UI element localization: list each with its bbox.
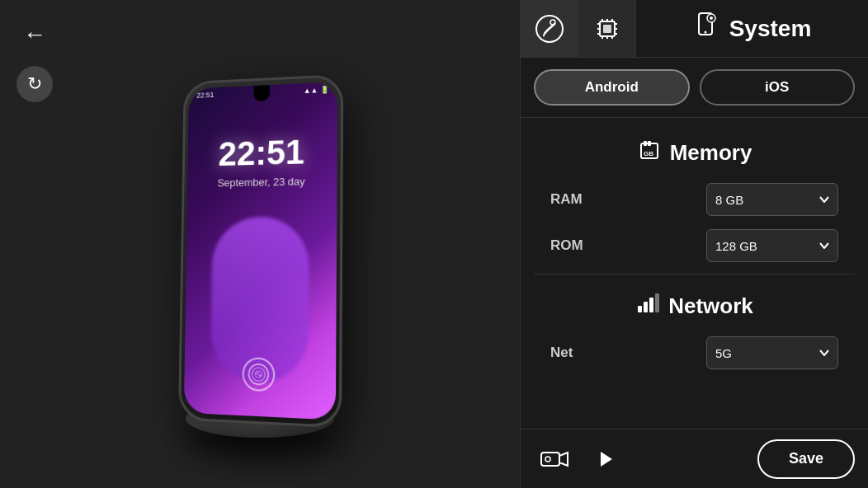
phone-wrapper: 22:51 ▲▲ 🔋 22:51 September, 23 day: [178, 74, 343, 428]
net-select[interactable]: 2G 3G 4G 5G: [706, 336, 838, 369]
ios-button[interactable]: iOS: [700, 69, 856, 106]
network-title: Network: [668, 293, 753, 319]
svg-rect-24: [644, 141, 647, 146]
network-icon: [635, 291, 660, 321]
phone-fingerprint-icon: [242, 357, 275, 392]
ram-row: RAM 1 GB 2 GB 3 GB 4 GB 6 GB 8 GB 12 GB …: [534, 176, 855, 223]
content-area: GB Memory RAM 1 GB 2 GB 3 GB 4 GB 6 GB 8…: [521, 118, 868, 429]
back-arrow-icon: ←: [23, 21, 46, 48]
android-button[interactable]: Android: [534, 69, 690, 106]
phone-date: September, 23 day: [187, 175, 337, 190]
phone-clock: 22:51: [187, 131, 337, 174]
svg-text:GB: GB: [644, 150, 653, 157]
rom-select[interactable]: 16 GB 32 GB 64 GB 128 GB 256 GB 512 GB: [706, 229, 838, 262]
phone-screen: 22:51 ▲▲ 🔋 22:51 September, 23 day: [184, 82, 337, 420]
network-section-header: Network: [534, 279, 855, 330]
play-icon: [594, 448, 616, 470]
svg-rect-30: [655, 293, 659, 312]
svg-point-4: [550, 20, 555, 25]
rotate-button[interactable]: ↻: [17, 66, 53, 102]
phone-time-display: 22:51 September, 23 day: [187, 131, 337, 190]
memory-title: Memory: [670, 140, 752, 166]
svg-point-20: [704, 31, 706, 34]
back-button[interactable]: ←: [17, 16, 53, 53]
phone-status-icons: ▲▲ 🔋: [304, 86, 329, 95]
record-icon: [540, 448, 569, 471]
play-button[interactable]: [588, 443, 621, 476]
system-icon: [693, 12, 721, 45]
svg-rect-25: [648, 141, 651, 146]
system-header: System: [636, 0, 868, 57]
svg-rect-29: [649, 298, 653, 312]
net-row: Net 2G 3G 4G 5G: [534, 330, 855, 376]
tab-paint[interactable]: [521, 0, 578, 57]
section-divider: [534, 274, 855, 274]
rotate-icon: ↻: [27, 73, 42, 95]
phone-body: 22:51 ▲▲ 🔋 22:51 September, 23 day: [178, 74, 343, 428]
svg-rect-6: [603, 25, 611, 33]
svg-point-32: [545, 457, 550, 462]
paint-icon: [535, 14, 564, 44]
memory-section-header: GB Memory: [534, 126, 855, 176]
svg-rect-27: [638, 306, 642, 312]
record-button[interactable]: [534, 439, 575, 480]
phone-scene: 22:51 ▲▲ 🔋 22:51 September, 23 day: [0, 0, 520, 488]
phone-status-time: 22:51: [196, 91, 214, 100]
ram-select[interactable]: 1 GB 2 GB 3 GB 4 GB 6 GB 8 GB 12 GB 16 G…: [706, 183, 838, 216]
top-nav: System: [521, 0, 868, 58]
ram-label: RAM: [550, 191, 583, 208]
left-panel: ← ↻ 22:51 ▲▲ 🔋 22:51 September, 2: [0, 0, 520, 488]
svg-rect-28: [644, 302, 648, 312]
rom-row: ROM 16 GB 32 GB 64 GB 128 GB 256 GB 512 …: [534, 223, 855, 269]
tab-chip[interactable]: [578, 0, 636, 57]
chip-icon: [592, 14, 622, 44]
rom-label: ROM: [550, 237, 583, 254]
bottom-bar: Save: [521, 429, 868, 488]
os-selector: Android iOS: [521, 58, 868, 118]
memory-icon: GB: [637, 138, 662, 168]
svg-point-22: [710, 16, 713, 20]
right-panel: System Android iOS GB Memory RAM 1: [520, 0, 868, 488]
net-label: Net: [550, 345, 573, 361]
save-button[interactable]: Save: [757, 439, 855, 479]
phone-notch: [253, 85, 270, 101]
system-title: System: [729, 16, 812, 42]
